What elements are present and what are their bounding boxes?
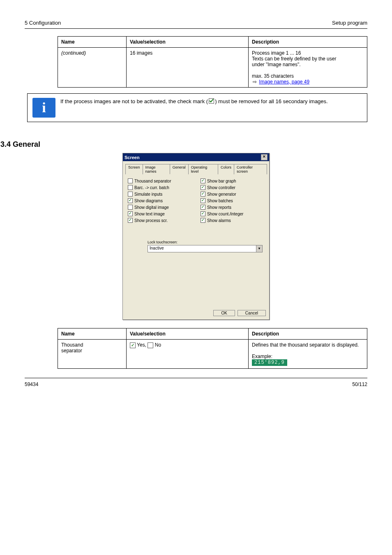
checkbox-icon[interactable]: ✓ — [201, 192, 205, 197]
dialog-left-column: Thousand separatorBarc. -> curr. batchSi… — [128, 178, 191, 236]
example-display: 215'892,9 — [252, 359, 287, 366]
section-heading-5-3-4: 5.3.4 General — [0, 140, 367, 149]
checkbox-icon[interactable] — [128, 205, 133, 210]
header-doc-title: Setup program — [332, 20, 367, 26]
header-rule — [25, 28, 367, 29]
col-name-2: Name — [58, 328, 127, 340]
checkbox-icon[interactable]: ✓ — [128, 218, 133, 223]
lock-touchscreen-value: Inactive — [148, 245, 256, 252]
checkbox-label: Show count./integer — [207, 212, 243, 216]
dialog-tabstrip: ScreenImage namesGeneralOperating levelC… — [125, 164, 267, 174]
lock-touchscreen-label: Lock touchscreen: — [148, 240, 263, 244]
checkbox-icon[interactable]: ✓ — [201, 198, 205, 203]
tab-colors[interactable]: Colors — [218, 164, 234, 174]
lock-touchscreen-combo[interactable]: Inactive ▼ — [148, 245, 263, 252]
checkbox-icon[interactable]: ✓ — [128, 198, 133, 203]
tab-image-names[interactable]: Image names — [143, 164, 170, 174]
checkbox-icon[interactable]: ✓ — [201, 205, 205, 210]
checkbox-thousand-separator[interactable]: Thousand separator — [128, 178, 191, 183]
header-section-path: 5 Configuration — [25, 20, 61, 26]
checkbox-show-reports[interactable]: ✓Show reports — [201, 205, 264, 210]
info-text: If the process images are not to be acti… — [60, 98, 328, 105]
checkbox-show-batches[interactable]: ✓Show batches — [201, 198, 264, 203]
checkbox-label: Simulate inputs — [134, 192, 162, 197]
checkbox-label: Show digital image — [134, 205, 169, 210]
checkbox-show-process-scr-[interactable]: ✓Show process scr. — [128, 218, 191, 223]
table-image-names-continued: Name Value/selection Description (contin… — [58, 36, 367, 88]
ok-button[interactable]: OK — [213, 310, 235, 316]
checkbox-icon[interactable]: ✓ — [128, 211, 133, 216]
checkbox-label: Show diagrams — [134, 199, 163, 203]
checkbox-icon[interactable]: ✓ — [201, 218, 205, 223]
checkbox-icon[interactable] — [128, 185, 133, 190]
checkbox-label: Show controller — [207, 185, 235, 190]
checkbox-label: Show generator — [207, 192, 236, 197]
tab-controller-screen[interactable]: Controller screen — [234, 164, 267, 174]
col-desc: Description — [249, 37, 367, 48]
checkbox-show-alarms[interactable]: ✓Show alarms — [201, 218, 264, 223]
dialog-title: Screen — [125, 155, 140, 160]
link-image-names[interactable]: Image names, page 49 — [259, 79, 309, 85]
checkbox-label: Show process scr. — [134, 218, 168, 223]
close-icon[interactable]: ✕ — [261, 154, 267, 160]
checkbox-label: Show batches — [207, 199, 233, 203]
tab-screen[interactable]: Screen — [125, 164, 143, 174]
checkbox-icon[interactable]: ✓ — [201, 178, 205, 183]
dialog-screen: Screen ✕ ScreenImage namesGeneralOperati… — [122, 153, 270, 320]
table-general-settings: Name Value/selection Description Thousan… — [58, 328, 367, 369]
tab-general[interactable]: General — [170, 164, 189, 174]
cancel-button[interactable]: Cancel — [238, 310, 266, 316]
col-value-2: Value/selection — [127, 328, 249, 340]
table-row: (continued)16 imagesProcess image 1 ... … — [58, 48, 367, 88]
checkbox-icon[interactable] — [128, 178, 133, 183]
checkbox-label: Show bar graph — [207, 179, 236, 183]
chevron-down-icon[interactable]: ▼ — [256, 245, 262, 252]
checkbox-label: Show text image — [134, 212, 165, 216]
checkbox-label: Thousand separator — [134, 179, 171, 183]
tab-operating-level[interactable]: Operating level — [188, 164, 218, 174]
checkbox-icon[interactable] — [128, 192, 133, 197]
checkbox-show-generator[interactable]: ✓Show generator — [201, 192, 264, 197]
info-icon: i — [32, 98, 55, 118]
checkbox-simulate-inputs[interactable]: Simulate inputs — [128, 192, 191, 197]
checkbox-icon[interactable]: ✓ — [201, 185, 205, 190]
checkbox-show-count-integer[interactable]: ✓Show count./integer — [201, 211, 264, 216]
checkbox-icon[interactable]: ✓ — [201, 211, 205, 216]
col-desc-2: Description — [249, 328, 367, 340]
checkbox-show-bar-graph[interactable]: ✓Show bar graph — [201, 178, 264, 183]
checkbox-label: Barc. -> curr. batch — [134, 185, 169, 190]
checkbox-show-digital-image[interactable]: Show digital image — [128, 205, 191, 210]
col-value: Value/selection — [127, 37, 249, 48]
footer-left: 59434 — [25, 382, 38, 387]
col-name: Name — [58, 37, 127, 48]
checkbox-label: Show reports — [207, 205, 231, 210]
info-note: i If the process images are not to be ac… — [27, 93, 367, 122]
checkbox-show-controller[interactable]: ✓Show controller — [201, 185, 264, 190]
footer-right: 50/112 — [352, 382, 367, 387]
table-row: Thousandseparator✓ Yes, NoDefines that t… — [58, 340, 367, 369]
checkbox-barc-curr-batch[interactable]: Barc. -> curr. batch — [128, 185, 191, 190]
checkbox-show-diagrams[interactable]: ✓Show diagrams — [128, 198, 191, 203]
footer-rule — [25, 378, 367, 378]
checkbox-show-text-image[interactable]: ✓Show text image — [128, 211, 191, 216]
checkbox-label: Show alarms — [207, 218, 231, 223]
dialog-right-column: ✓Show bar graph✓Show controller✓Show gen… — [201, 178, 264, 236]
